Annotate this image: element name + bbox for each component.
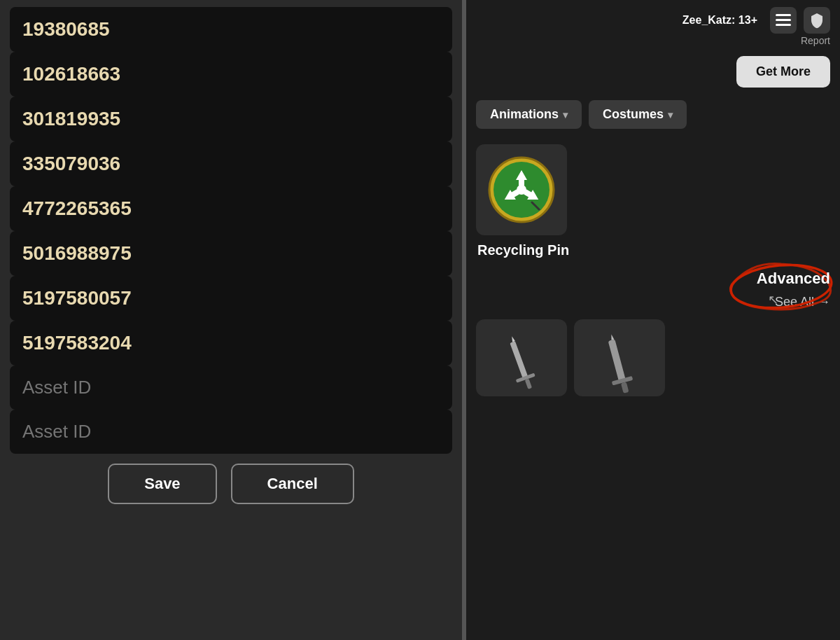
animations-tab-label: Animations bbox=[490, 107, 559, 122]
asset-id-input-1[interactable] bbox=[10, 52, 452, 97]
svg-rect-8 bbox=[510, 341, 528, 379]
animations-tab[interactable]: Animations ▾ bbox=[476, 100, 582, 129]
save-button[interactable]: Save bbox=[108, 464, 216, 504]
advanced-button[interactable]: Advanced bbox=[757, 270, 830, 288]
user-label: Zee_Katz: 13+ bbox=[682, 14, 757, 27]
item-showcase: Recycling Pin bbox=[466, 134, 840, 263]
asset-id-input-7[interactable] bbox=[10, 321, 452, 366]
get-more-button[interactable]: Get More bbox=[736, 56, 830, 88]
svg-rect-0 bbox=[776, 14, 791, 16]
item-thumbnail[interactable] bbox=[476, 144, 567, 235]
weapon-item-image bbox=[581, 333, 658, 396]
shield-icon-btn[interactable] bbox=[804, 7, 830, 34]
category-tabs: Animations ▾ Costumes ▾ bbox=[466, 95, 840, 134]
animations-chevron-icon: ▾ bbox=[563, 109, 568, 120]
asset-id-input-4[interactable] bbox=[10, 186, 452, 231]
see-all-section: See All → bbox=[466, 295, 840, 309]
hamburger-icon bbox=[776, 14, 791, 27]
asset-id-input-5[interactable] bbox=[10, 231, 452, 276]
item-name: Recycling Pin bbox=[476, 242, 569, 258]
bottom-item-1[interactable] bbox=[476, 319, 567, 396]
svg-rect-12 bbox=[608, 339, 626, 382]
recycling-pin-image bbox=[486, 155, 556, 225]
asset-id-input-0[interactable] bbox=[10, 7, 452, 52]
asset-id-input-8[interactable] bbox=[10, 366, 452, 410]
report-label[interactable]: Report bbox=[466, 35, 840, 46]
svg-rect-2 bbox=[776, 24, 791, 26]
asset-id-input-2[interactable] bbox=[10, 97, 452, 141]
svg-rect-1 bbox=[776, 19, 791, 21]
input-rows-container bbox=[10, 7, 452, 454]
advanced-section: Advanced ↖ bbox=[466, 263, 840, 295]
bottom-item-2[interactable] bbox=[574, 319, 665, 396]
left-panel: Save Cancel bbox=[0, 0, 462, 640]
see-all-link[interactable]: See All → bbox=[775, 295, 830, 309]
action-buttons: Save Cancel bbox=[10, 464, 452, 511]
sword-item-image bbox=[483, 333, 560, 396]
costumes-tab[interactable]: Costumes ▾ bbox=[589, 100, 687, 129]
svg-marker-13 bbox=[610, 334, 614, 340]
svg-rect-15 bbox=[621, 382, 629, 394]
cancel-button[interactable]: Cancel bbox=[231, 464, 354, 504]
bottom-items-section bbox=[466, 309, 840, 640]
shield-icon bbox=[808, 12, 825, 29]
asset-id-input-3[interactable] bbox=[10, 141, 452, 186]
asset-id-input-6[interactable] bbox=[10, 276, 452, 321]
costumes-tab-label: Costumes bbox=[603, 107, 664, 122]
svg-rect-11 bbox=[525, 379, 532, 389]
right-panel: Zee_Katz: 13+ Report Get More Animations… bbox=[466, 0, 840, 640]
get-more-section: Get More bbox=[466, 46, 840, 95]
svg-point-5 bbox=[517, 185, 526, 195]
costumes-chevron-icon: ▾ bbox=[668, 109, 673, 120]
asset-id-input-9[interactable] bbox=[10, 410, 452, 454]
svg-marker-9 bbox=[510, 336, 514, 342]
menu-icon-btn[interactable] bbox=[770, 7, 797, 34]
